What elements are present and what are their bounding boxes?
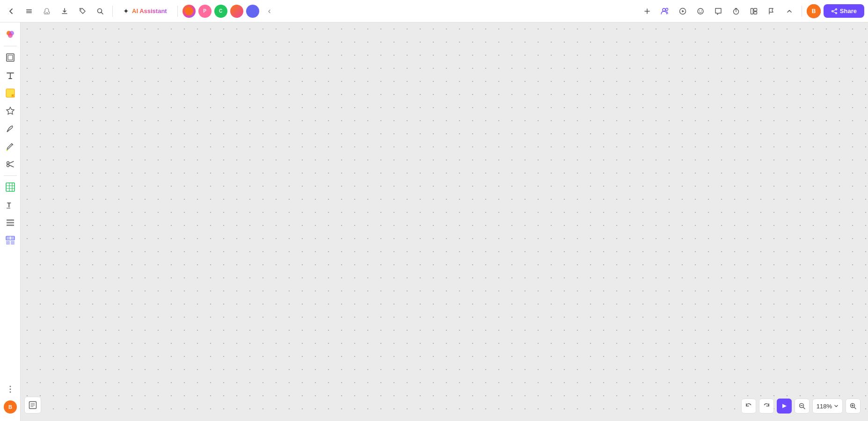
svg-point-7 [666,8,668,11]
sidebar-divider-2 [4,175,17,176]
topbar: ✦ AI Assistant P C ‹ [0,0,868,22]
svg-rect-36 [6,241,10,245]
topbar-right: B Share [640,4,864,19]
divider-2 [177,6,178,17]
run-button[interactable] [777,399,792,414]
svg-rect-32 [7,222,14,224]
shape-tool-btn[interactable] [2,102,19,119]
text-style-btn[interactable]: T [2,196,19,213]
svg-point-19 [832,10,833,12]
collab-avatar-5[interactable] [246,5,259,18]
scissors-tool-btn[interactable] [2,156,19,173]
table-tool-btn[interactable] [2,179,19,196]
bottom-left-controls [24,397,41,414]
divider-3 [802,6,802,17]
tag-button[interactable] [75,4,90,19]
svg-rect-33 [7,225,14,226]
svg-point-11 [701,10,702,11]
svg-rect-14 [754,8,757,11]
comment-button[interactable] [711,4,726,19]
collab-avatar-3[interactable]: C [214,5,227,18]
notes-button[interactable] [24,397,41,414]
svg-rect-31 [7,219,14,221]
topbar-left: ✦ AI Assistant P C ‹ [4,4,638,19]
download-button[interactable] [57,4,72,19]
zoom-out-button[interactable] [795,399,810,414]
svg-rect-2 [26,12,32,13]
pen-tool-btn[interactable] [2,120,19,137]
svg-point-23 [8,33,13,38]
svg-point-10 [699,10,700,11]
svg-point-3 [80,9,81,10]
zoom-level: 118% [817,403,832,410]
sticky-tool-btn[interactable] [2,85,19,102]
bottom-right-controls: 118% [741,399,861,414]
reactions-button[interactable] [693,4,708,19]
divider-1 [112,6,113,17]
canvas[interactable] [21,22,868,421]
undo-button[interactable] [741,399,756,414]
svg-rect-15 [754,12,757,14]
frame-tool-btn[interactable] [2,49,19,66]
more-tools-btn[interactable] [2,381,19,398]
svg-text:B: B [8,404,12,410]
sidebar: T B [0,22,21,421]
grid-tool-btn[interactable] [2,232,19,249]
ai-label: AI Assistant [132,7,167,15]
share-button[interactable]: Share [824,4,864,18]
svg-text:T: T [7,201,11,209]
expand-button[interactable] [640,4,655,19]
list-tool-btn[interactable] [2,214,19,231]
zoom-in-button[interactable] [846,399,861,414]
svg-point-40 [9,389,11,390]
sidebar-user-avatar[interactable]: B [2,399,19,415]
svg-rect-35 [11,236,15,240]
svg-point-5 [185,7,193,15]
svg-rect-1 [26,11,32,12]
svg-rect-25 [8,55,13,60]
svg-point-9 [698,8,703,14]
svg-rect-29 [6,183,15,191]
flag-button[interactable] [764,4,779,19]
zoom-display[interactable]: 118% [812,399,843,414]
svg-point-39 [9,386,11,387]
svg-rect-13 [751,8,753,14]
svg-point-20 [835,12,837,14]
sidebar-divider-1 [4,46,17,46]
svg-point-18 [835,8,837,10]
timer-button[interactable] [729,4,744,19]
svg-rect-0 [26,9,32,10]
share-label: Share [840,7,857,15]
svg-rect-34 [6,236,10,240]
autosave-button[interactable] [39,4,54,19]
svg-text:B: B [812,8,816,15]
brush-tool-btn[interactable] [2,138,19,155]
svg-rect-37 [11,241,15,245]
board-button[interactable] [746,4,761,19]
redo-button[interactable] [759,399,774,414]
collab-avatar-2[interactable]: P [198,5,212,18]
collapse-button[interactable]: ‹ [262,4,277,19]
user-avatar[interactable]: B [807,4,821,18]
collab-avatar-4[interactable] [230,5,243,18]
menu-button[interactable] [22,4,36,19]
svg-point-41 [9,392,11,393]
more-options-button[interactable] [782,4,797,19]
collaborators-button[interactable] [657,4,672,19]
text-tool-btn[interactable] [2,67,19,84]
back-button[interactable] [4,4,19,19]
ai-assistant-button[interactable]: ✦ AI Assistant [117,5,173,18]
search-button[interactable] [93,4,108,19]
svg-point-6 [663,8,665,11]
color-tool[interactable] [2,26,19,43]
play-present-button[interactable] [675,4,690,19]
ai-icon: ✦ [123,7,129,15]
collab-avatar-1[interactable] [182,5,196,18]
